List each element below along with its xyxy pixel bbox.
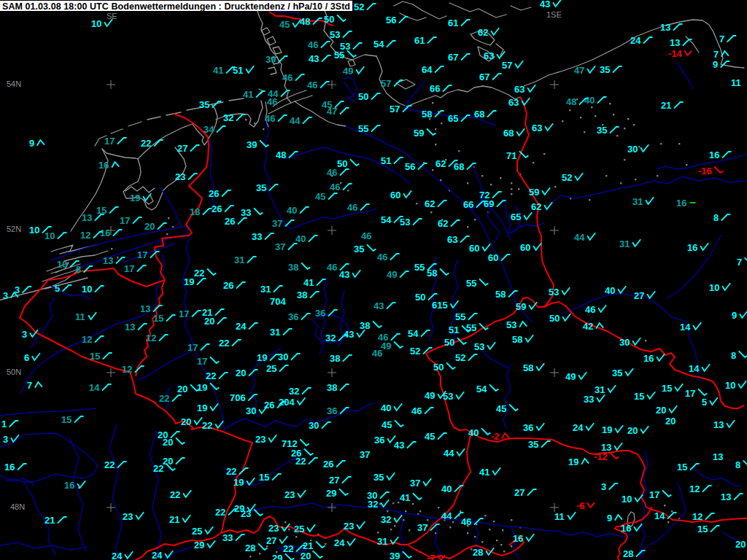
svg-text:49: 49 [387, 269, 397, 280]
svg-text:706: 706 [230, 392, 246, 403]
svg-text:56: 56 [386, 15, 396, 26]
svg-text:33: 33 [241, 207, 251, 218]
svg-text:24: 24 [236, 321, 247, 332]
svg-text:35: 35 [528, 439, 538, 450]
svg-text:29: 29 [194, 540, 204, 551]
svg-text:46: 46 [585, 304, 595, 315]
svg-text:24: 24 [112, 551, 123, 560]
svg-text:49: 49 [425, 390, 435, 401]
svg-text:39: 39 [266, 54, 276, 65]
svg-text:45: 45 [382, 419, 392, 430]
svg-text:43: 43 [339, 269, 349, 280]
svg-text:46: 46 [307, 79, 317, 90]
svg-text:12: 12 [689, 483, 700, 494]
svg-text:8: 8 [731, 350, 736, 361]
svg-text:68: 68 [454, 161, 464, 172]
svg-text:19: 19 [197, 382, 207, 393]
svg-text:19: 19 [257, 352, 267, 363]
svg-text:20: 20 [665, 416, 676, 427]
svg-text:27: 27 [266, 535, 276, 546]
svg-text:13: 13 [82, 212, 92, 223]
svg-text:22: 22 [170, 489, 180, 500]
svg-text:33: 33 [252, 231, 262, 242]
svg-text:30: 30 [246, 405, 256, 416]
svg-text:23: 23 [123, 511, 133, 522]
svg-text:31: 31 [270, 327, 280, 338]
svg-text:40: 40 [295, 233, 306, 244]
svg-text:43: 43 [344, 329, 354, 340]
svg-text:15: 15 [634, 391, 644, 402]
svg-text:38: 38 [360, 320, 370, 331]
svg-text:38: 38 [327, 382, 337, 393]
svg-text:31: 31 [632, 196, 643, 207]
svg-text:49: 49 [343, 66, 353, 77]
svg-text:-7: -7 [427, 553, 436, 560]
svg-text:71: 71 [506, 150, 516, 161]
svg-text:48: 48 [276, 149, 286, 160]
svg-text:22: 22 [219, 338, 229, 349]
svg-text:53: 53 [474, 341, 484, 352]
svg-text:37: 37 [275, 241, 285, 252]
svg-text:32: 32 [289, 386, 299, 397]
svg-text:50: 50 [358, 91, 368, 102]
svg-text:3: 3 [601, 481, 606, 492]
svg-text:24: 24 [152, 550, 163, 560]
svg-text:63: 63 [532, 122, 542, 133]
svg-text:24: 24 [630, 35, 641, 46]
svg-text:52N: 52N [7, 225, 21, 233]
svg-text:32: 32 [325, 332, 336, 343]
svg-text:46: 46 [461, 516, 471, 527]
svg-text:52: 52 [410, 346, 420, 357]
svg-text:9: 9 [29, 138, 34, 149]
svg-text:26: 26 [225, 216, 235, 227]
svg-text:40: 40 [381, 402, 391, 413]
svg-text:-16: -16 [698, 166, 712, 176]
svg-text:5: 5 [55, 283, 60, 294]
svg-text:67: 67 [479, 71, 489, 82]
svg-text:64: 64 [422, 64, 433, 75]
svg-text:8: 8 [735, 459, 740, 470]
svg-text:25: 25 [294, 524, 304, 534]
svg-text:38: 38 [297, 289, 307, 300]
svg-text:16: 16 [676, 198, 686, 209]
svg-text:16: 16 [621, 523, 631, 534]
svg-text:-2: -2 [491, 431, 500, 442]
svg-text:59: 59 [414, 128, 424, 139]
svg-text:17: 17 [137, 249, 147, 260]
svg-text:-6: -6 [576, 500, 585, 511]
svg-text:7: 7 [719, 34, 724, 44]
svg-text:36: 36 [374, 435, 384, 446]
svg-text:68: 68 [503, 128, 514, 139]
svg-text:59: 59 [529, 187, 539, 198]
svg-text:63: 63 [447, 234, 457, 245]
svg-text:10: 10 [725, 380, 735, 391]
svg-text:42: 42 [583, 321, 593, 332]
svg-text:52: 52 [562, 172, 572, 183]
svg-text:58: 58 [495, 289, 506, 300]
svg-text:40: 40 [468, 427, 479, 438]
svg-text:46: 46 [377, 252, 387, 262]
svg-text:36: 36 [523, 422, 533, 433]
svg-text:54: 54 [476, 384, 487, 394]
svg-text:33: 33 [222, 532, 233, 543]
svg-text:28: 28 [245, 542, 255, 553]
svg-text:22: 22 [159, 393, 169, 404]
svg-text:21: 21 [44, 515, 55, 526]
svg-text:66: 66 [430, 83, 440, 94]
svg-text:1: 1 [1, 419, 7, 429]
svg-text:50: 50 [549, 313, 560, 324]
svg-text:67: 67 [448, 52, 458, 63]
svg-text:20: 20 [656, 405, 666, 416]
svg-text:63: 63 [484, 50, 494, 61]
svg-text:13: 13 [660, 22, 670, 33]
svg-text:19: 19 [602, 424, 612, 435]
svg-text:57: 57 [381, 78, 391, 89]
svg-text:46: 46 [372, 348, 382, 359]
svg-text:34: 34 [204, 124, 214, 135]
svg-text:22: 22 [295, 456, 306, 467]
svg-text:36: 36 [288, 311, 298, 322]
svg-text:50: 50 [415, 292, 425, 303]
svg-text:46: 46 [327, 262, 337, 273]
svg-text:63: 63 [514, 84, 525, 95]
svg-text:28: 28 [473, 547, 483, 558]
